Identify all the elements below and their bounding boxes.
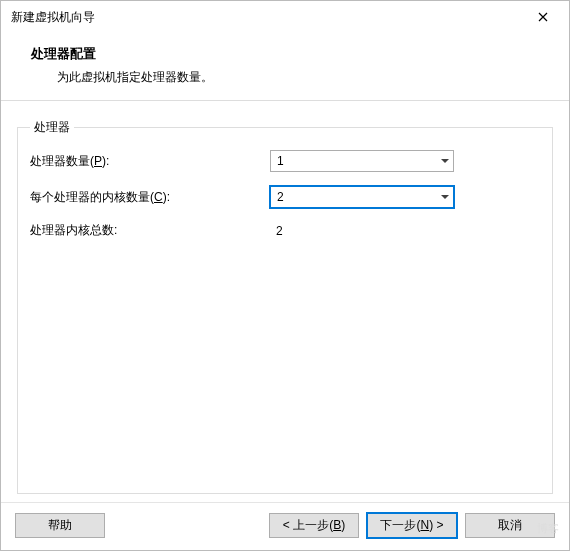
row-cores: 每个处理器的内核数量(C): 2	[30, 186, 540, 208]
row-total: 处理器内核总数: 2	[30, 222, 540, 239]
cores-label: 每个处理器的内核数量(C):	[30, 189, 270, 206]
cancel-button[interactable]: 取消	[465, 513, 555, 538]
page-subtitle: 为此虚拟机指定处理器数量。	[31, 69, 553, 86]
processor-group: 处理器 处理器数量(P): 1 每个处理器的内核数量(C): 2 处理器内核总数…	[17, 119, 553, 494]
chevron-down-icon	[441, 195, 449, 199]
cores-select[interactable]: 2	[270, 186, 454, 208]
total-label: 处理器内核总数:	[30, 222, 270, 239]
close-icon	[538, 12, 548, 22]
help-button[interactable]: 帮助	[15, 513, 105, 538]
processors-label: 处理器数量(P):	[30, 153, 270, 170]
processors-select[interactable]: 1	[270, 150, 454, 172]
total-value: 2	[270, 224, 283, 238]
close-button[interactable]	[529, 7, 557, 27]
next-button[interactable]: 下一步(N) >	[367, 513, 457, 538]
processors-value: 1	[277, 154, 284, 168]
page-title: 处理器配置	[31, 45, 553, 63]
cores-value: 2	[277, 190, 284, 204]
group-legend: 处理器	[30, 119, 74, 136]
footer: 帮助 < 上一步(B) 下一步(N) > 取消	[1, 502, 569, 550]
window-title: 新建虚拟机向导	[11, 9, 95, 26]
back-button[interactable]: < 上一步(B)	[269, 513, 359, 538]
chevron-down-icon	[441, 159, 449, 163]
titlebar: 新建虚拟机向导	[1, 1, 569, 31]
content-area: 处理器 处理器数量(P): 1 每个处理器的内核数量(C): 2 处理器内核总数…	[1, 101, 569, 502]
wizard-header: 处理器配置 为此虚拟机指定处理器数量。	[1, 31, 569, 101]
row-processors: 处理器数量(P): 1	[30, 150, 540, 172]
